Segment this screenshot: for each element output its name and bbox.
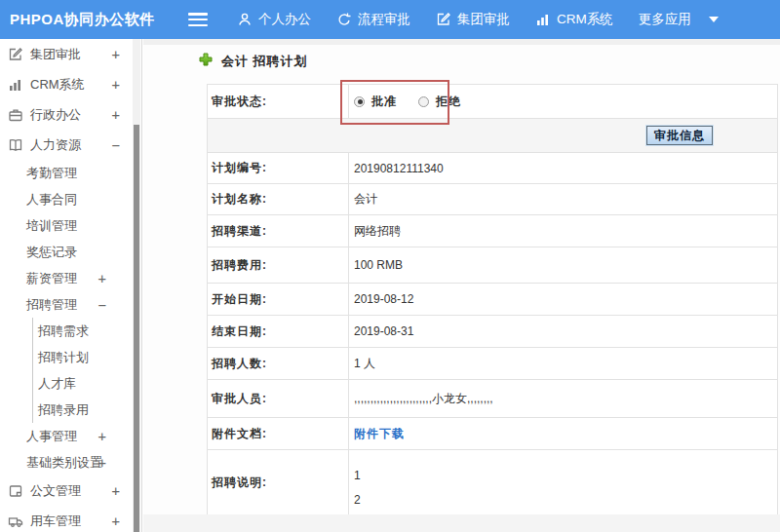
sidebar-item-label: 奖惩记录 [26,244,77,261]
sidebar-item-label: 人事管理 [26,428,77,445]
sidebar-item-label: CRM系统 [30,76,85,94]
expand-plus-icon[interactable]: + [112,47,120,62]
field-rows: 计划编号:20190812111340计划名称:会计招聘渠道:网络招聘招聘费用:… [208,153,777,515]
sidebar-item-基础类别设置[interactable]: 基础类别设置+ [0,449,134,475]
sidebar-item-label: 考勤管理 [26,165,77,182]
caret-down-icon [709,17,719,22]
sidebar-item-奖惩记录[interactable]: 奖惩记录 [0,239,134,265]
expand-plus-icon[interactable]: + [98,455,106,471]
sidebar-item-人才库[interactable]: 人才库 [32,370,134,397]
navbar-shadow-strip [143,39,780,45]
table-row-approval-button: 审批信息 [208,119,777,153]
field-value: ,,,,,,,,,,,,,,,,,,,,,,,,小龙女,,,,,,,, [349,391,777,407]
page-header: 会计 招聘计划 [199,53,308,70]
sidebar-item-label: 基础类别设置 [26,454,102,472]
document-icon [8,483,23,499]
sidebar-menu: 集团审批+CRM系统+行政办公+人力资源−考勤管理人事合同培训管理奖惩记录薪资管… [0,39,134,532]
radio-approve-label[interactable]: 批准 [371,94,397,110]
sidebar-item-label: 集团审批 [30,46,81,63]
sidebar-item-label: 招聘计划 [38,349,89,366]
nav-item-1[interactable]: 流程审批 [336,11,410,28]
approval-status-value: 批准 拒绝 [349,94,777,110]
table-row-0: 计划编号:20190812111340 [208,153,777,184]
sidebar-item-label: 培训管理 [26,217,77,235]
expand-plus-icon[interactable]: + [112,513,120,529]
sidebar-item-招聘管理[interactable]: 招聘管理− [0,291,134,318]
field-value: 会计 [349,191,777,208]
detail-table: 审批状态: 批准 拒绝 审批信息 计划编号:20190812111340计划名称… [207,84,778,515]
sidebar: 集团审批+CRM系统+行政办公+人力资源−考勤管理人事合同培训管理奖惩记录薪资管… [0,39,142,532]
radio-reject[interactable] [418,96,429,107]
nav-item-0[interactable]: 个人办公 [237,11,311,28]
sidebar-item-label: 薪资管理 [26,270,77,287]
add-plus-icon [199,53,213,70]
nav-item-3[interactable]: CRM系统 [535,11,613,28]
sidebar-scrollbar[interactable] [133,39,140,532]
sidebar-item-label: 行政办公 [30,106,81,124]
sidebar-item-招聘录用[interactable]: 招聘录用 [32,397,134,423]
sidebar-item-公文管理[interactable]: 公文管理+ [0,475,134,506]
nav-item-label: 集团审批 [457,11,510,28]
sidebar-item-人事管理[interactable]: 人事管理+ [0,423,134,449]
sidebar-item-label: 招聘需求 [38,323,89,340]
expand-plus-icon[interactable]: + [112,107,120,123]
field-label: 招聘费用: [208,247,349,283]
top-navbar: PHPOA协同办公软件 个人办公流程审批集团审批CRM系统更多应用 [0,0,780,39]
table-row-7: 审批人员:,,,,,,,,,,,,,,,,,,,,,,,,小龙女,,,,,,,, [208,380,777,418]
table-row-6: 招聘人数:1 人 [208,348,777,380]
nav-item-4[interactable]: 更多应用 [639,11,719,28]
sidebar-item-招聘需求[interactable]: 招聘需求 [32,318,134,344]
radio-reject-label[interactable]: 拒绝 [436,94,461,110]
field-label: 审批状态: [208,85,349,118]
table-row-9: 招聘说明:12 [208,450,777,515]
sidebar-item-人事合同[interactable]: 人事合同 [0,186,134,212]
field-label: 结束日期: [208,316,349,347]
field-value: 12 [349,452,777,513]
field-label: 计划名称: [208,184,349,214]
field-value: 100 RMB [349,258,777,272]
approval-info-button[interactable]: 审批信息 [646,126,713,145]
sidebar-item-培训管理[interactable]: 培训管理 [0,212,134,239]
table-row-8: 附件文档:附件下载 [208,418,777,450]
table-row-1: 计划名称:会计 [208,184,777,215]
expand-plus-icon[interactable]: + [112,483,120,499]
sidebar-item-薪资管理[interactable]: 薪资管理+ [0,265,134,291]
sidebar-item-label: 人才库 [38,375,76,393]
nav-item-label: CRM系统 [557,11,613,28]
process-arrow-icon [336,12,352,27]
multiline-value: 12 [354,452,361,513]
sidebar-item-考勤管理[interactable]: 考勤管理 [0,160,134,186]
nav-item-label: 更多应用 [639,11,691,28]
collapse-minus-icon[interactable]: − [112,137,120,153]
hamburger-menu-icon[interactable] [188,13,208,26]
sidebar-item-label: 人事合同 [26,191,77,209]
field-value: 附件下载 [349,426,777,442]
nav-item-2[interactable]: 集团审批 [436,11,510,28]
expand-plus-icon[interactable]: + [98,271,106,286]
field-label: 计划编号: [208,153,349,183]
sidebar-scrollbar-thumb[interactable] [134,125,139,532]
expand-plus-icon[interactable]: + [112,77,120,93]
expand-plus-icon[interactable]: + [98,429,106,444]
collapse-minus-icon[interactable]: − [98,297,106,313]
sidebar-item-集团审批[interactable]: 集团审批+ [0,39,134,69]
table-row-5: 结束日期:2019-08-31 [208,316,777,348]
table-row-2: 招聘渠道:网络招聘 [208,215,777,247]
sidebar-item-人力资源[interactable]: 人力资源− [0,130,134,160]
attachment-download-link[interactable]: 附件下载 [354,426,405,442]
table-row-3: 招聘费用:100 RMB [208,247,777,284]
nav-item-label: 个人办公 [258,11,311,28]
bar-chart-icon [535,12,551,27]
table-row-4: 开始日期:2019-08-12 [208,284,777,316]
sidebar-item-CRM系统[interactable]: CRM系统+ [0,69,134,99]
app-logo: PHPOA协同办公软件 [0,11,188,29]
sidebar-item-用车管理[interactable]: 用车管理+ [0,506,134,532]
sidebar-item-招聘计划[interactable]: 招聘计划 [32,344,134,370]
radio-approve[interactable] [354,96,365,107]
field-label: 招聘说明: [208,450,349,514]
field-label: 审批人员: [208,380,349,417]
sidebar-item-行政办公[interactable]: 行政办公+ [0,99,134,130]
field-value: 网络招聘 [349,223,777,240]
edit-square-icon [436,12,451,27]
sidebar-item-label: 招聘管理 [26,296,77,314]
